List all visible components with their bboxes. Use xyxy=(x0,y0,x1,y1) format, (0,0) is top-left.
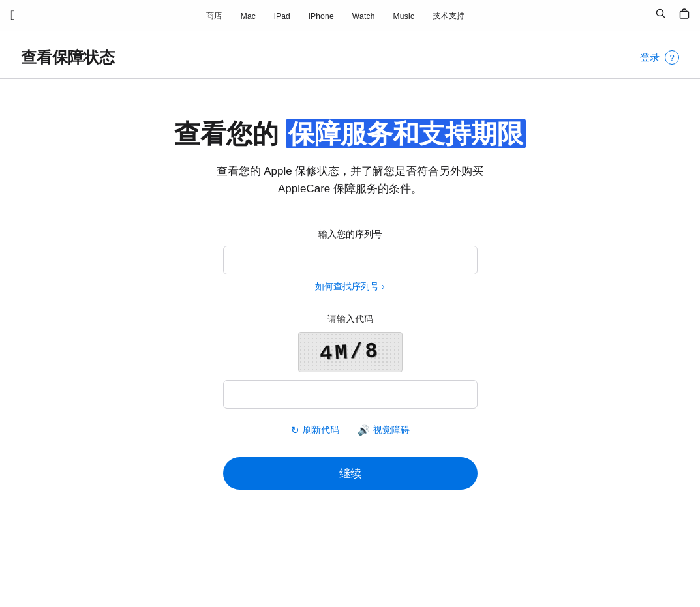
svg-rect-2 xyxy=(680,12,689,19)
refresh-label: 刷新代码 xyxy=(303,424,339,436)
find-serial-link[interactable]: 如何查找序列号 › xyxy=(315,281,385,293)
captcha-actions: ↻ 刷新代码 🔊 视觉障碍 xyxy=(291,424,410,436)
nav-links: 商店 Mac iPad iPhone Watch Music 技术支持 xyxy=(15,9,656,22)
svg-point-0 xyxy=(657,10,663,16)
accessibility-label: 视觉障碍 xyxy=(373,424,410,436)
help-button[interactable]: ? xyxy=(665,50,679,65)
title-highlight: 保障服务和支持期限 xyxy=(286,119,526,148)
refresh-captcha-button[interactable]: ↻ 刷新代码 xyxy=(291,424,339,436)
nav-item-mac[interactable]: Mac xyxy=(241,12,256,21)
captcha-image: 4M/8 xyxy=(298,332,403,372)
nav-item-support[interactable]: 技术支持 xyxy=(433,11,464,20)
refresh-icon: ↻ xyxy=(291,424,299,436)
captcha-label: 请输入代码 xyxy=(327,314,373,325)
login-link[interactable]: 登录 xyxy=(640,52,660,64)
search-icon[interactable] xyxy=(656,8,666,22)
help-icon: ? xyxy=(669,53,674,63)
nav-actions xyxy=(656,8,690,23)
description: 查看您的 Apple 保修状态，并了解您是否符合另外购买AppleCare 保障… xyxy=(217,162,484,198)
apple-logo-icon[interactable]:  xyxy=(10,8,15,23)
nav-item-store[interactable]: 商店 xyxy=(206,11,222,20)
accessibility-button[interactable]: 🔊 视觉障碍 xyxy=(358,424,410,436)
main-title: 查看您的 保障服务和支持期限 xyxy=(174,118,526,149)
nav-item-iphone[interactable]: iPhone xyxy=(309,12,334,21)
speaker-icon: 🔊 xyxy=(358,424,370,436)
serial-input[interactable] xyxy=(223,246,478,274)
serial-field-group: 输入您的序列号 如何查找序列号 › xyxy=(223,229,478,293)
svg-line-1 xyxy=(663,16,665,18)
captcha-section: 请输入代码 4M/8 xyxy=(223,314,478,409)
continue-button[interactable]: 继续 xyxy=(223,457,478,490)
form-area: 查看您的 保障服务和支持期限 查看您的 Apple 保修状态，并了解您是否符合另… xyxy=(0,79,700,529)
navigation:  商店 Mac iPad iPhone Watch Music 技术支持 xyxy=(0,0,700,31)
bag-icon[interactable] xyxy=(679,8,690,23)
serial-label: 输入您的序列号 xyxy=(318,229,382,241)
title-prefix: 查看您的 xyxy=(174,119,279,148)
page-header: 查看保障状态 登录 ? xyxy=(0,31,700,79)
page-title: 查看保障状态 xyxy=(21,47,115,68)
captcha-text: 4M/8 xyxy=(319,338,381,366)
nav-item-ipad[interactable]: iPad xyxy=(274,12,290,21)
nav-item-watch[interactable]: Watch xyxy=(352,12,375,21)
page-wrapper: 查看保障状态 登录 ? 查看您的 保障服务和支持期限 查看您的 Apple 保修… xyxy=(0,31,700,607)
header-actions: 登录 ? xyxy=(640,50,679,65)
captcha-input[interactable] xyxy=(223,380,478,409)
nav-item-music[interactable]: Music xyxy=(393,12,415,21)
